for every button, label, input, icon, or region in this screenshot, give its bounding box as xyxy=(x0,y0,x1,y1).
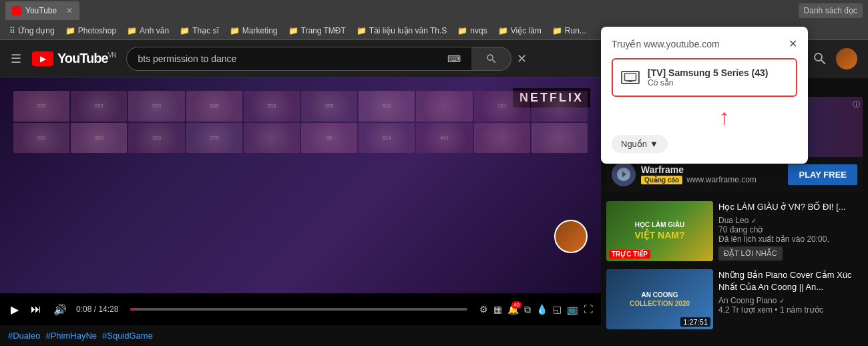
grid-cell: 235 xyxy=(13,91,69,122)
search-container: bts permission to dance ⌨ ✕ xyxy=(126,47,527,71)
live-badge-1: TRỰC TIẾP xyxy=(609,250,650,258)
folder-icon-photoshop: 📁 xyxy=(65,26,75,35)
rec-title-1: Học LÀM GIÀU ở VN? BỔ ĐI! [... xyxy=(718,201,863,213)
rec-info-2: Những Bản Piano Cover Cảm Xúc Nhất Của A… xyxy=(718,269,863,329)
rec-thumb-2: AN COONG COLLECTION 2020 1:27:51 xyxy=(606,269,713,329)
grid-cell: 151 xyxy=(474,91,530,122)
cast-device-item[interactable]: [TV] Samsung 5 Series (43) Có sẵn xyxy=(612,58,797,97)
clip-icon[interactable]: ◱ xyxy=(553,304,562,315)
rec-title-2: Những Bản Piano Cover Cảm Xúc Nhất Của A… xyxy=(718,269,863,293)
bookmark-tai-lieu[interactable]: 📁 Tài liệu luận văn Th.S xyxy=(353,25,451,37)
tag-squidgame[interactable]: #SquidGame xyxy=(102,331,153,341)
grid-cell: 333 xyxy=(244,91,300,122)
control-icons: ⚙ ▦ 🔔40 ⧉ 💧 ◱ 📺 ⛶ xyxy=(479,304,593,315)
cast-popup: Truyền www.youtube.com ✕ [TV] Samsung 5 … xyxy=(601,27,808,164)
bookmark-photoshop[interactable]: 📁 Photoshop xyxy=(61,25,120,37)
search-icon-header[interactable] xyxy=(812,51,828,67)
video-tags: #Dualeo #PhimHayNe #SquidGame xyxy=(0,325,601,346)
ad-close-icon[interactable]: ⓘ xyxy=(853,100,860,110)
search-clear-button[interactable]: ✕ xyxy=(517,51,527,66)
reading-list-btn[interactable]: Danh sách đọc xyxy=(799,3,863,18)
folder-icon-run: 📁 xyxy=(552,26,562,35)
cast-device-tv-icon xyxy=(621,71,640,84)
bookmark-viec-lam[interactable]: 📁 Việc làm xyxy=(494,25,546,37)
remind-button-1[interactable]: ĐẶT LỜI NHẮC xyxy=(718,246,783,261)
notifications-icon[interactable]: 🔔40 xyxy=(507,304,519,315)
bookmark-thac-si[interactable]: 📁 Thạc sĩ xyxy=(176,25,223,37)
progress-bar[interactable] xyxy=(130,308,467,311)
grid-cell: 441 xyxy=(416,123,472,154)
grid-cell: 314 xyxy=(359,123,415,154)
tag-dualeo[interactable]: #Dualeo xyxy=(8,331,40,341)
rec-video-2[interactable]: AN COONG COLLECTION 2020 1:27:51 Những B… xyxy=(606,265,863,333)
search-box[interactable]: bts permission to dance ⌨ xyxy=(126,47,471,71)
cast-popup-close-button[interactable]: ✕ xyxy=(789,37,797,50)
keyboard-icon[interactable]: ⌨ xyxy=(447,53,461,64)
progress-fill xyxy=(130,308,134,311)
folder-icon-viec-lam: 📁 xyxy=(498,26,508,35)
rec-video-1[interactable]: HỌC LÀM GIÀU VIỆT NAM? TRỰC TIẾP Học LÀM… xyxy=(606,197,863,265)
ad-badge: Quảng cáo xyxy=(641,176,682,184)
rec-thumb-1: HỌC LÀM GIÀU VIỆT NAM? TRỰC TIẾP xyxy=(606,201,713,261)
folder-icon-thac-si: 📁 xyxy=(180,26,190,35)
user-avatar[interactable] xyxy=(836,48,857,69)
bookmark-trang-tmdt[interactable]: 📁 Trang TMĐT xyxy=(284,25,350,37)
play-button[interactable]: ▶ xyxy=(8,301,21,319)
rec-meta-2: 4,2 Tr lượt xem • 1 năm trước xyxy=(718,305,863,315)
folder-icon-anh-van: 📁 xyxy=(127,26,137,35)
bookmark-run[interactable]: 📁 Run... xyxy=(548,25,590,37)
youtube-favicon xyxy=(12,6,21,15)
browser-chrome: YouTube ✕ Danh sách đọc xyxy=(0,0,868,21)
cast-source-dropdown-icon: ▼ xyxy=(650,139,658,149)
miniplayer-icon[interactable]: ⧉ xyxy=(524,304,531,315)
cast-icon[interactable]: 📺 xyxy=(567,304,578,315)
header-right xyxy=(812,48,857,69)
ad-play-button[interactable]: PLAY FREE xyxy=(788,164,857,185)
folder-icon-tai-lieu: 📁 xyxy=(357,26,367,35)
apps-icon: ⠿ xyxy=(9,26,15,35)
rec-sub-meta-1: Đã lên lịch xuất bản vào 20:00, xyxy=(718,234,863,244)
water-icon[interactable]: 💧 xyxy=(536,304,548,315)
bookmark-anh-van[interactable]: 📁 Anh văn xyxy=(123,25,173,37)
grid-cell: 355 xyxy=(301,91,357,122)
menu-icon[interactable]: ☰ xyxy=(11,51,21,66)
settings-icon[interactable]: ⚙ xyxy=(479,304,488,315)
video-player: NETFLIX 235 259 283 308 333 355 316 151 … xyxy=(0,77,601,293)
rec-info-1: Học LÀM GIÀU ở VN? BỔ ĐI! [... Dua Leo ✓… xyxy=(718,201,863,261)
browser-tab[interactable]: YouTube ✕ xyxy=(5,1,79,20)
svg-rect-0 xyxy=(624,73,636,81)
grid-cell: 259 xyxy=(71,91,127,122)
grid-cell xyxy=(531,91,588,122)
rec-channel-1: Dua Leo ✓ xyxy=(718,216,863,225)
bookmark-marketing[interactable]: 📁 Marketing xyxy=(226,25,282,37)
verified-icon-1: ✓ xyxy=(751,217,756,224)
cast-arrow-container: ↑ xyxy=(612,105,797,130)
video-controls: ▶ ⏭ 🔊 0:08 / 14:28 ⚙ ▦ 🔔40 ⧉ 💧 ◱ 📺 xyxy=(0,293,601,325)
cast-popup-title: Truyền www.youtube.com xyxy=(612,39,720,49)
grid-cell: 360 xyxy=(71,123,127,154)
streamer-avatar xyxy=(554,220,588,253)
youtube-logo-icon xyxy=(32,51,53,66)
rec-meta-1: 70 đang chờ xyxy=(718,225,863,234)
volume-button[interactable]: 🔊 xyxy=(51,301,69,319)
verified-icon-2: ✓ xyxy=(779,297,785,305)
grid-cell: 308 xyxy=(186,91,242,122)
cast-source-button[interactable]: Nguồn ▼ xyxy=(612,135,668,153)
yt-logo[interactable]: YouTubeVN xyxy=(32,51,116,66)
search-query: bts permission to dance xyxy=(138,53,236,64)
next-button[interactable]: ⏭ xyxy=(28,301,44,318)
bookmark-nvqs[interactable]: 📁 nvqs xyxy=(453,25,491,37)
video-background: NETFLIX 235 259 283 308 333 355 316 151 … xyxy=(0,77,601,293)
tag-phimhayne[interactable]: #PhimHayNe xyxy=(45,331,97,341)
ad-info: Warframe Quảng cáo www.warframe.com xyxy=(641,164,783,184)
fullscreen-icon[interactable]: ⛶ xyxy=(584,304,593,315)
time-display: 0:08 / 14:28 xyxy=(76,305,118,314)
search-button[interactable] xyxy=(471,47,511,71)
bookmark-apps[interactable]: ⠿ Ứng dụng xyxy=(5,25,59,37)
ad-url: www.warframe.com xyxy=(686,175,756,184)
cast-device-status: Có sẵn xyxy=(648,78,769,88)
captions-icon[interactable]: ▦ xyxy=(493,304,502,315)
yt-logo-text: YouTubeVN xyxy=(57,51,116,66)
video-grid-overlay: 235 259 283 308 333 355 316 151 328 360 … xyxy=(0,77,601,293)
tab-close[interactable]: ✕ xyxy=(66,6,73,15)
